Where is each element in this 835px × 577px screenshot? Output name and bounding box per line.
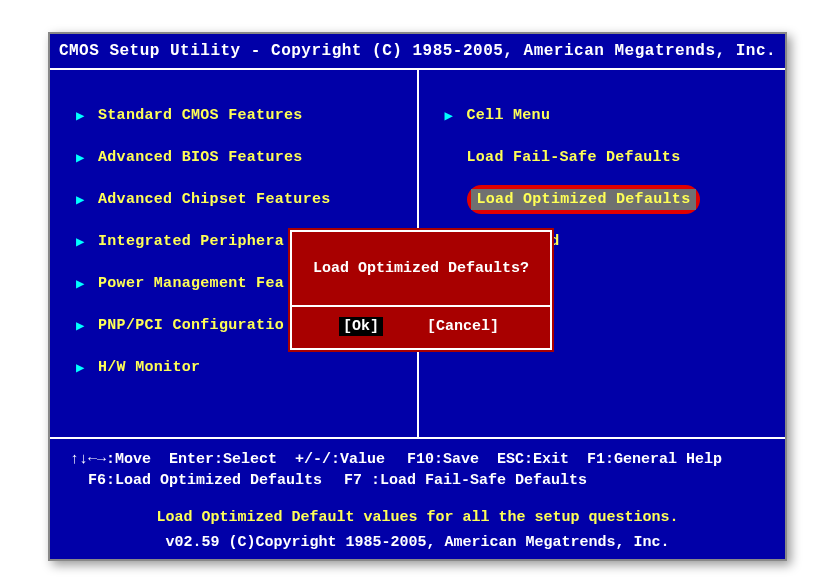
left-menu-item-2[interactable]: ▶Advanced Chipset Features	[76, 178, 403, 220]
bios-screen: CMOS Setup Utility - Copyright (C) 1985-…	[10, 10, 825, 577]
submenu-arrow-icon: ▶	[76, 359, 88, 376]
bios-copyright: v02.59 (C)Copyright 1985-2005, American …	[50, 528, 785, 559]
menu-item-label: PNP/PCI Configuratio	[98, 317, 284, 334]
menu-item-label: Advanced BIOS Features	[98, 149, 303, 166]
menu-item-label: Integrated Periphera	[98, 233, 284, 250]
context-hint: Load Optimized Default values for all th…	[50, 495, 785, 528]
submenu-arrow-icon: ▶	[76, 275, 88, 292]
menu-item-label: Load Optimized Defaults	[471, 189, 697, 210]
submenu-arrow-icon: ▶	[76, 149, 88, 166]
ok-button[interactable]: [Ok]	[339, 317, 383, 336]
menu-item-label: Cell Menu	[467, 107, 551, 124]
submenu-arrow-icon: ▶	[76, 233, 88, 250]
left-menu-item-6[interactable]: ▶H/W Monitor	[76, 346, 403, 388]
menu-item-label: Power Management Fea	[98, 275, 284, 292]
help-move: ↑↓←→:Move Enter:Select +/-/:Value	[70, 451, 385, 468]
right-menu-item-1[interactable]: ▶Load Fail-Safe Defaults	[445, 136, 772, 178]
submenu-arrow-icon: ▶	[445, 107, 457, 124]
menu-item-label: Advanced Chipset Features	[98, 191, 331, 208]
menu-item-label: Load Fail-Safe Defaults	[467, 149, 681, 166]
dialog-buttons: [Ok] [Cancel]	[292, 307, 550, 348]
left-menu-item-0[interactable]: ▶Standard CMOS Features	[76, 94, 403, 136]
submenu-arrow-icon: ▶	[76, 191, 88, 208]
left-menu-item-1[interactable]: ▶Advanced BIOS Features	[76, 136, 403, 178]
right-menu-item-0[interactable]: ▶Cell Menu	[445, 94, 772, 136]
confirm-dialog: Load Optimized Defaults? [Ok] [Cancel]	[290, 230, 552, 350]
cancel-button[interactable]: [Cancel]	[423, 317, 503, 336]
menu-item-label: Standard CMOS Features	[98, 107, 303, 124]
menu-item-label: H/W Monitor	[98, 359, 200, 376]
submenu-arrow-icon: ▶	[76, 317, 88, 334]
dialog-message: Load Optimized Defaults?	[292, 232, 550, 307]
help-f7: F7 :Load Fail-Safe Defaults	[344, 472, 587, 489]
right-menu-item-2[interactable]: ▶Load Optimized Defaults	[445, 178, 772, 220]
help-bar: ↑↓←→:Move Enter:Select +/-/:Value F10:Sa…	[50, 439, 785, 495]
help-save: F10:Save ESC:Exit F1:General Help	[407, 451, 722, 468]
submenu-arrow-icon: ▶	[76, 107, 88, 124]
window-title: CMOS Setup Utility - Copyright (C) 1985-…	[50, 34, 785, 70]
help-f6: F6:Load Optimized Defaults	[88, 472, 322, 489]
